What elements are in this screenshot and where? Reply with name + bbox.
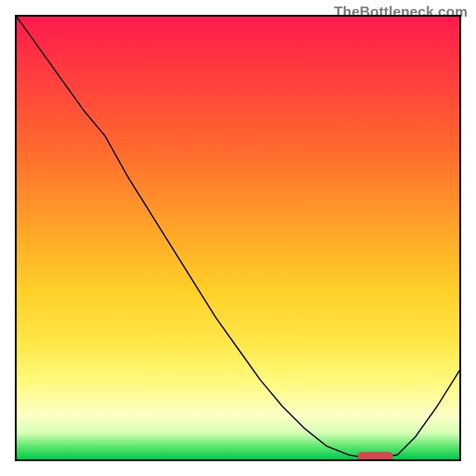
plot-frame xyxy=(15,15,461,461)
optimal-marker xyxy=(358,452,393,459)
chart-overlay xyxy=(17,17,459,459)
image-root: TheBottleneck.com xyxy=(0,0,476,476)
bottleneck-curve-path xyxy=(17,17,459,457)
